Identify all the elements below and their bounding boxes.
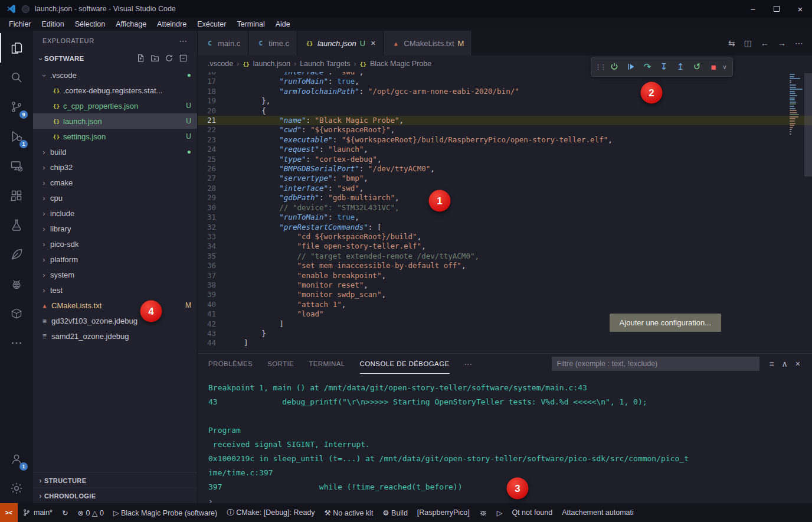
tab-launch.json[interactable]: {}launch.jsonU×	[297, 31, 384, 56]
code-line[interactable]: 37 "enable breakpoint",	[198, 271, 812, 280]
sidebar-more-icon[interactable]: ⋯	[179, 36, 188, 45]
tree-item-.vscode[interactable]: ›.vscode●	[33, 67, 197, 83]
more-actions-icon[interactable]: ⋯	[795, 38, 803, 48]
code-line[interactable]: 18 "armToolchainPath": "/opt/gcc-arm-non…	[198, 87, 812, 96]
menu-item-affichage[interactable]: Affichage	[110, 18, 152, 31]
tree-item-gd32vf103-ozone.jdebug[interactable]: ≣gd32vf103_ozone.jdebug	[33, 313, 197, 328]
tree-item-cmake[interactable]: ›cmake	[33, 175, 197, 190]
code-line[interactable]: 28 "interface": "swd",	[198, 184, 812, 193]
line-number[interactable]: 40	[198, 300, 226, 309]
add-configuration-button[interactable]: Ajouter une configuration...	[610, 314, 721, 332]
menu-item-sélection[interactable]: Sélection	[70, 18, 110, 31]
line-number[interactable]: 44	[198, 338, 226, 348]
code-line[interactable]: 23 "executable": "${workspaceRoot}/build…	[198, 135, 812, 145]
tree-item-pico-sdk[interactable]: ›pico-sdk	[33, 236, 197, 252]
line-number[interactable]: 23	[198, 135, 226, 145]
code-line[interactable]: 17 "runToMain": true,	[198, 77, 812, 86]
code-line[interactable]: 35 // "target extended-remote /dev/ttyAC…	[198, 252, 812, 261]
line-number[interactable]: 25	[198, 155, 226, 164]
activity-item-settings[interactable]	[0, 474, 33, 503]
line-number[interactable]: 36	[198, 261, 226, 270]
panel-tab-probl-mes[interactable]: PROBLÈMES	[208, 354, 253, 374]
menu-item-edition[interactable]: Edition	[37, 18, 70, 31]
activity-item-remote-explorer[interactable]	[0, 151, 33, 181]
activity-item-search[interactable]	[0, 63, 33, 92]
tab-cmakelists.txt[interactable]: ▲CMakeLists.txtM	[384, 31, 472, 56]
navigate-back-icon[interactable]: ←	[761, 38, 769, 48]
tree-item-c-cpp-properties.json[interactable]: {}c_cpp_properties.jsonU	[33, 98, 197, 113]
tab-time.c[interactable]: Ctime.c	[248, 31, 297, 56]
line-number[interactable]: 17	[198, 77, 226, 86]
status-sync-button[interactable]: ↻	[57, 503, 73, 522]
new-file-icon[interactable]	[136, 54, 145, 64]
code-line[interactable]: 20 {	[198, 106, 812, 116]
code-line[interactable]: 32 "preRestartCommands": [	[198, 223, 812, 232]
split-editor-icon[interactable]: ◫	[744, 38, 752, 48]
breadcrumb-item[interactable]: .vscode	[208, 60, 233, 68]
tree-item-build[interactable]: ›build●	[33, 144, 197, 159]
code-line[interactable]: 38 "monitor reset",	[198, 280, 812, 290]
code-line[interactable]: 40 "attach 1",	[198, 300, 812, 309]
status-git-branch[interactable]: main*	[18, 503, 57, 522]
breadcrumb-item[interactable]: launch.json	[253, 60, 290, 68]
code-line[interactable]: 31 "runToMain": true,	[198, 213, 812, 222]
stop-button[interactable]: ■	[706, 59, 721, 74]
line-number[interactable]: 31	[198, 213, 226, 222]
panel-tab-terminal[interactable]: TERMINAL	[309, 354, 345, 374]
menu-item-aide[interactable]: Aide	[270, 18, 296, 31]
code-line[interactable]: 36 "set mem inaccessible-by-default off"…	[198, 261, 812, 270]
breadcrumb-item[interactable]: Launch Targets	[300, 60, 350, 68]
line-number[interactable]: 21	[198, 116, 226, 125]
sidebar-section-structure[interactable]: ›STRUCTURE	[33, 472, 197, 488]
code-line[interactable]: 21 "name": "Black Magic Probe",	[198, 116, 812, 125]
step-over-button[interactable]: ↷	[640, 59, 655, 74]
panel-tab-sortie[interactable]: SORTIE	[267, 354, 294, 374]
status-launch-target-button[interactable]: ▷	[492, 503, 508, 522]
toolbar-chevron[interactable]: ∨	[721, 59, 729, 74]
tab-main.c[interactable]: Cmain.c	[198, 31, 248, 56]
line-number[interactable]: 33	[198, 232, 226, 242]
close-tab-icon[interactable]: ×	[371, 38, 375, 48]
status-debug-target-button[interactable]	[474, 503, 492, 522]
activity-item-notes[interactable]	[0, 240, 33, 269]
activity-item-more-views[interactable]	[0, 328, 33, 358]
line-number[interactable]: 34	[198, 242, 226, 251]
tree-item-include[interactable]: ›include	[33, 205, 197, 221]
line-number[interactable]: 20	[198, 106, 226, 116]
status-debug-launch-config[interactable]: ▷ Black Magic Probe (software)	[109, 503, 222, 522]
line-number[interactable]: 37	[198, 271, 226, 280]
activity-item-testing[interactable]	[0, 210, 33, 240]
continue-button[interactable]	[623, 59, 639, 74]
line-number[interactable]: 42	[198, 319, 226, 329]
tree-item-system[interactable]: ›system	[33, 267, 197, 282]
line-number[interactable]: 43	[198, 329, 226, 338]
line-number[interactable]: 16	[198, 72, 226, 77]
panel-tab-console-de-d-bogage[interactable]: CONSOLE DE DÉBOGAGE	[360, 354, 450, 374]
activity-item-run-debug[interactable]: 1	[0, 122, 33, 151]
code-line[interactable]: 44 ]	[198, 338, 812, 348]
code-editor[interactable]: 16 "interface": "swd",17 "runToMain": tr…	[198, 72, 812, 353]
line-number[interactable]: 26	[198, 164, 226, 174]
step-into-button[interactable]: ↧	[656, 59, 672, 74]
activity-item-extensions[interactable]	[0, 181, 33, 210]
clear-console-icon[interactable]: ≡	[769, 359, 774, 368]
line-number[interactable]: 18	[198, 87, 226, 96]
menu-item-exécuter[interactable]: Exécuter	[192, 18, 231, 31]
power-button[interactable]	[607, 59, 622, 74]
line-number[interactable]: 30	[198, 203, 226, 213]
code-line[interactable]: 34 "file open-story-teller.elf",	[198, 242, 812, 251]
code-line[interactable]: 26 "BMPGDBSerialPort": "/dev/ttyACM0",	[198, 164, 812, 174]
status-qt-status[interactable]: Qt not found	[507, 503, 557, 522]
step-out-button[interactable]: ↥	[673, 59, 688, 74]
maximize-panel-icon[interactable]: ∧	[782, 359, 788, 368]
tree-item-cmakelists.txt[interactable]: ▲CMakeLists.txtM	[33, 298, 197, 313]
code-line[interactable]: 22 "cwd": "${workspaceRoot}",	[198, 125, 812, 135]
code-line[interactable]: 19 },	[198, 96, 812, 106]
line-number[interactable]: 38	[198, 280, 226, 290]
toggle-changes-icon[interactable]: ⇆	[728, 38, 735, 48]
code-line[interactable]: 27 "servertype": "bmp",	[198, 174, 812, 183]
tree-item-launch.json[interactable]: {}launch.jsonU	[33, 113, 197, 129]
activity-item-source-control[interactable]: 9	[0, 92, 33, 122]
line-number[interactable]: 32	[198, 223, 226, 232]
activity-item-explorer[interactable]	[0, 33, 33, 63]
